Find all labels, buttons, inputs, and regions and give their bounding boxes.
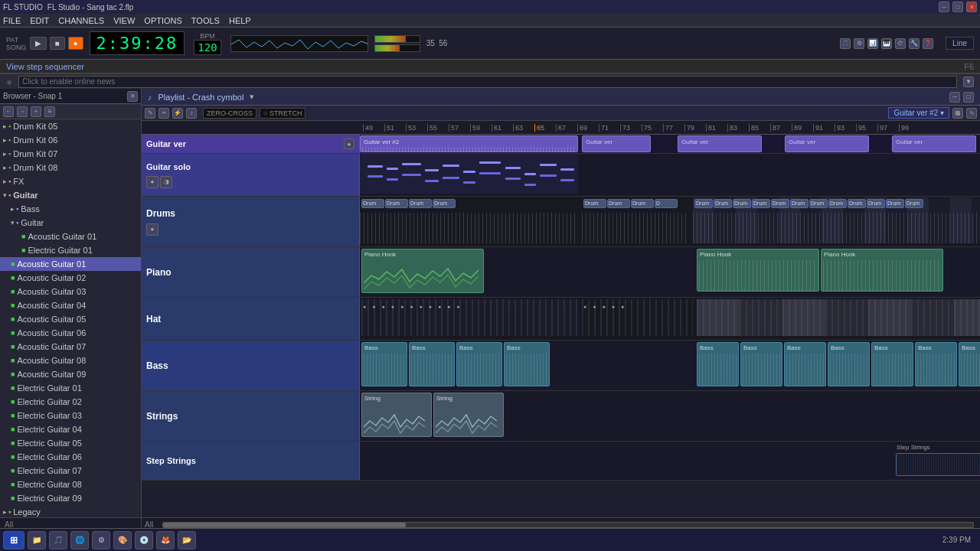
track-content-drums[interactable]: Drum Drum Drum Drum Drum Drum Drum — [360, 197, 980, 246]
browser-item-electric-guitar-05[interactable]: ■ Electric Guitar 05 — [0, 436, 141, 450]
pattern-block[interactable]: Guitar ver — [678, 135, 762, 152]
browser-item-electric-guitar-01-sub[interactable]: ■ Electric Guitar 01 — [0, 243, 141, 257]
browser-item-legacy[interactable]: ▸ ▪ Legacy — [0, 505, 141, 517]
svg-rect-3 — [402, 163, 421, 165]
browser-close-button[interactable]: ✕ — [127, 91, 138, 102]
track-mute-guitar-ver[interactable]: ● — [344, 139, 354, 149]
toolbar-btn-2[interactable]: ⚙ — [854, 38, 864, 49]
menu-help[interactable]: HELP — [229, 16, 251, 25]
browser-back-button[interactable]: ← — [3, 106, 14, 117]
browser-item-electric-guitar-01[interactable]: ■ Electric Guitar 01 — [0, 381, 141, 395]
playlist-max-button[interactable]: □ — [963, 92, 974, 103]
browser-add-button[interactable]: + — [31, 106, 41, 117]
playlist-min-button[interactable]: ─ — [949, 92, 960, 103]
menu-view[interactable]: VIEW — [113, 16, 135, 25]
toolbar-btn-6[interactable]: 🔧 — [909, 38, 920, 49]
track-content-strings[interactable]: String String — [360, 391, 980, 441]
browser-item-drum-kit-07[interactable]: ▸ ▪ Drum Kit 07 — [0, 147, 141, 161]
pattern-block[interactable]: Guitar ver — [582, 135, 651, 152]
track-content-guitar-solo[interactable] — [360, 154, 980, 196]
menu-file[interactable]: FILE — [3, 16, 21, 25]
browser-panel: Browser - Snap 1 ✕ ← → + ≡ ▸ ▪ Drum Kit … — [0, 89, 142, 531]
pt-btn-2[interactable]: ✂ — [158, 108, 169, 119]
news-expand-button[interactable]: ▼ — [963, 77, 974, 87]
track-row-bass: Bass ○ ▷ Bass Bass — [142, 341, 980, 391]
menu-tools[interactable]: TOOLS — [191, 16, 220, 25]
track-content-piano[interactable]: Piano Hook Piano Hook Piano H — [360, 247, 980, 297]
browser-item-acoustic-guitar-02[interactable]: ■ Acoustic Guitar 02 — [0, 271, 141, 285]
step-seq-label[interactable]: View step sequencer — [6, 62, 84, 71]
track-content-step-strings[interactable]: Step Strings — [360, 442, 980, 480]
start-button[interactable]: ⊞ — [3, 531, 24, 549]
browser-item-acoustic-guitar-09[interactable]: ■ Acoustic Guitar 09 — [0, 367, 141, 381]
pattern-block[interactable]: Piano Hook — [697, 249, 819, 292]
playlist-dropdown-icon[interactable]: ▾ — [250, 92, 254, 102]
taskbar-explorer[interactable]: 📁 — [28, 531, 46, 549]
browser-item-electric-guitar-02[interactable]: ■ Electric Guitar 02 — [0, 395, 141, 409]
track-mute-drums[interactable]: ● — [146, 223, 158, 236]
browser-item-electric-guitar-07[interactable]: ■ Electric Guitar 07 — [0, 464, 141, 478]
taskbar-browser[interactable]: 🌐 — [70, 531, 89, 549]
ruler-mark: 53 — [406, 124, 427, 132]
browser-item-acoustic-guitar-04[interactable]: ■ Acoustic Guitar 04 — [0, 298, 141, 312]
taskbar-paint[interactable]: 🎨 — [113, 531, 132, 549]
pattern-block[interactable]: Guitar ver — [785, 135, 869, 152]
menu-edit[interactable]: EDIT — [30, 16, 49, 25]
browser-item-electric-guitar-04[interactable]: ■ Electric Guitar 04 — [0, 422, 141, 436]
browser-item-bass[interactable]: ▸ ▪ Bass — [0, 202, 141, 216]
track-solo-guitar-solo[interactable]: ◑ — [160, 176, 172, 188]
transport-area: PATSONG ▶ ■ ● 2:39:28 BPM 120 35 56 🎵 ⚙ … — [0, 28, 980, 60]
browser-item-electric-guitar-03[interactable]: ■ Electric Guitar 03 — [0, 409, 141, 422]
stop-button[interactable]: ■ — [50, 37, 65, 50]
browser-item-electric-guitar-08[interactable]: ■ Electric Guitar 08 — [0, 478, 141, 491]
browser-item-electric-guitar-09[interactable]: ■ Electric Guitar 09 — [0, 491, 141, 505]
pattern-block-piano-hook[interactable]: Piano Hook — [361, 249, 484, 293]
menu-options[interactable]: OPTIONS — [144, 16, 182, 25]
pt-bars-btn[interactable]: ▦ — [952, 108, 963, 119]
pattern-block[interactable]: Piano Hook — [821, 249, 943, 292]
pattern-block[interactable]: Guitar ver — [892, 135, 976, 152]
pt-btn-4[interactable]: ♪ — [186, 108, 197, 119]
play-button[interactable]: ▶ — [30, 37, 47, 50]
pt-wave-btn[interactable]: ∿ — [966, 108, 977, 119]
browser-item-guitar-sub[interactable]: ▾ ▪ Guitar — [0, 216, 141, 230]
news-input[interactable] — [18, 76, 957, 88]
track-content-guitar-ver[interactable]: Guitar ver #2 Guitar ver Guitar ver Guit… — [360, 135, 980, 153]
browser-item-acoustic-guitar-06[interactable]: ■ Acoustic Guitar 06 — [0, 326, 141, 340]
browser-item-acoustic-guitar-07[interactable]: ■ Acoustic Guitar 07 — [0, 340, 141, 354]
browser-item-fx[interactable]: ▸ ▪ FX — [0, 174, 141, 188]
browser-item-acoustic-guitar-03[interactable]: ■ Acoustic Guitar 03 — [0, 285, 141, 298]
taskbar-mediaplayer[interactable]: 🎵 — [49, 531, 67, 549]
track-mute-guitar-solo[interactable]: ● — [146, 176, 158, 188]
browser-item-drum-kit-08[interactable]: ▸ ▪ Drum Kit 08 — [0, 161, 141, 174]
close-button[interactable]: ✕ — [966, 2, 977, 12]
taskbar-disk[interactable]: 💿 — [135, 531, 153, 549]
browser-item-acoustic-guitar-01[interactable]: ■ Acoustic Guitar 01 — [0, 257, 141, 271]
browser-item-electric-guitar-06[interactable]: ■ Electric Guitar 06 — [0, 450, 141, 464]
track-content-bass[interactable]: Bass Bass Bass Bass — [360, 341, 980, 390]
taskbar-firefox[interactable]: 🦊 — [156, 531, 175, 549]
minimize-button[interactable]: ─ — [939, 2, 949, 12]
maximize-button[interactable]: □ — [952, 2, 963, 12]
browser-item-drum-kit-05[interactable]: ▸ ▪ Drum Kit 05 — [0, 119, 141, 133]
browser-item-guitar[interactable]: ▾ ▪ Guitar — [0, 188, 141, 202]
menu-channels[interactable]: CHANNELS — [58, 16, 104, 25]
toolbar-btn-5[interactable]: ⏱ — [895, 38, 906, 49]
toolbar-btn-7[interactable]: ❓ — [923, 38, 933, 49]
taskbar-settings[interactable]: ⚙ — [92, 531, 110, 549]
toolbar-btn-4[interactable]: 🎹 — [881, 38, 892, 49]
toolbar-btn-3[interactable]: 📊 — [867, 38, 878, 49]
pattern-block[interactable]: Guitar ver #2 — [360, 135, 578, 152]
browser-item-acoustic-guitar-01-sub[interactable]: ■ Acoustic Guitar 01 — [0, 230, 141, 243]
track-content-hat[interactable]: ●● ●● ●● ●● ●● ● ●● ●● ● — [360, 298, 980, 340]
pt-btn-1[interactable]: ✎ — [145, 108, 155, 119]
toolbar-btn-1[interactable]: 🎵 — [840, 38, 851, 49]
browser-item-acoustic-guitar-08[interactable]: ■ Acoustic Guitar 08 — [0, 354, 141, 367]
browser-options-button[interactable]: ≡ — [44, 106, 55, 117]
taskbar-folder2[interactable]: 📂 — [178, 531, 196, 549]
browser-forward-button[interactable]: → — [17, 106, 28, 117]
pt-btn-3[interactable]: ⚡ — [172, 108, 183, 119]
browser-item-acoustic-guitar-05[interactable]: ■ Acoustic Guitar 05 — [0, 312, 141, 326]
browser-item-drum-kit-06[interactable]: ▸ ▪ Drum Kit 06 — [0, 133, 141, 147]
record-button[interactable]: ● — [68, 37, 83, 50]
